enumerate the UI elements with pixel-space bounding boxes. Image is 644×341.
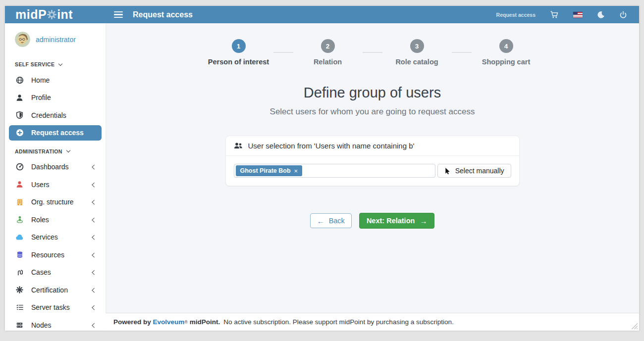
- brand-area[interactable]: midPint: [5, 8, 106, 21]
- page-subtitle: Select users for whom you are going to r…: [106, 107, 639, 117]
- database-icon: [15, 251, 24, 258]
- cloud-icon: [15, 234, 24, 241]
- step-label: Shopping cart: [482, 58, 530, 66]
- navbar-breadcrumb[interactable]: Request access: [496, 12, 536, 18]
- cart-icon[interactable]: [550, 10, 559, 19]
- sidebar-item-certification[interactable]: Certification: [5, 281, 106, 299]
- select-manually-label: Select manually: [455, 167, 504, 175]
- wizard-step-person-of-interest[interactable]: 1 Person of interest: [211, 39, 267, 66]
- sidebar-item-users[interactable]: Users: [5, 176, 106, 194]
- section-header-self-service[interactable]: SELF SERVICE: [5, 54, 106, 71]
- step-number: 1: [232, 39, 246, 53]
- sidebar-item-resources[interactable]: Resources: [5, 246, 106, 264]
- chevron-left-icon: [92, 217, 96, 222]
- item-label: Home: [31, 76, 98, 84]
- main-content: 1 Person of interest 2 Relation 3 Role c…: [106, 23, 639, 313]
- sidebar-item-request-access[interactable]: Request access: [9, 125, 102, 141]
- role-person-icon: [15, 216, 24, 223]
- item-label: Org. structure: [31, 198, 93, 206]
- sidebar-item-credentials[interactable]: Credentials: [5, 106, 106, 124]
- language-flag-us[interactable]: [573, 12, 583, 18]
- item-label: Request access: [31, 129, 94, 137]
- logo-text-pre: midP: [15, 8, 47, 21]
- step-separator: [452, 52, 472, 53]
- evolveum-link[interactable]: Evolveum: [153, 318, 185, 326]
- page-title: Define group of users: [106, 85, 639, 101]
- step-separator: [273, 52, 293, 53]
- chevron-left-icon: [92, 305, 96, 310]
- user-panel: administrator: [5, 23, 106, 54]
- menu-toggle-icon[interactable]: [114, 11, 123, 18]
- user-icon: [15, 181, 24, 188]
- shield-icon: [15, 111, 24, 119]
- sidebar-item-roles[interactable]: Roles: [5, 211, 106, 229]
- dark-mode-moon-icon[interactable]: [597, 11, 605, 19]
- chevron-left-icon: [92, 165, 96, 169]
- midpoint-text: midPoint.: [190, 318, 220, 326]
- section-label: ADMINISTRATION: [15, 148, 62, 154]
- midpoint-logo: midPint: [15, 8, 73, 21]
- wizard-steps: 1 Person of interest 2 Relation 3 Role c…: [106, 23, 639, 66]
- item-label: Profile: [31, 94, 98, 101]
- resize-grip[interactable]: [630, 322, 638, 329]
- section-header-administration[interactable]: ADMINISTRATION: [5, 142, 106, 158]
- chip-remove-icon[interactable]: ×: [294, 168, 298, 174]
- item-label: Certification: [31, 286, 93, 294]
- arrow-left-icon: ←: [317, 217, 324, 225]
- chevron-down-icon: [58, 61, 62, 65]
- tasks-list-icon: [15, 304, 24, 311]
- sidebar-item-home[interactable]: Home: [5, 71, 106, 89]
- navbar-right: Request access: [496, 10, 639, 19]
- plus-circle-icon: [15, 129, 24, 137]
- cursor-pointer-icon: [444, 167, 451, 175]
- sidebar-item-org-structure[interactable]: Org. structure: [5, 194, 106, 211]
- user-link[interactable]: administrator: [36, 36, 76, 44]
- server-icon: [15, 322, 24, 329]
- chevron-down-icon: [66, 148, 70, 152]
- step-number: 4: [499, 39, 513, 53]
- app-window: midPint Request access Request access ad…: [5, 6, 639, 331]
- step-label: Relation: [314, 58, 342, 66]
- next-relation-button[interactable]: Next: Relation →: [359, 213, 435, 229]
- wizard-step-role-catalog[interactable]: 3 Role catalog: [389, 39, 445, 66]
- item-label: Credentials: [31, 111, 98, 119]
- item-label: Cases: [31, 268, 93, 276]
- wizard-step-shopping-cart[interactable]: 4 Shopping cart: [479, 39, 534, 66]
- chevron-left-icon: [92, 288, 96, 292]
- sidebar-item-profile[interactable]: Profile: [5, 89, 106, 107]
- sidebar-item-dashboards[interactable]: Dashboards: [5, 158, 106, 176]
- gear-icon: [15, 286, 24, 293]
- sidebar-item-server-tasks[interactable]: Server tasks: [5, 299, 106, 317]
- logo-text-post: int: [57, 8, 73, 21]
- subscription-message: No active subscription. Please support m…: [223, 318, 454, 326]
- selected-user-chip: Ghost Pirate Bob ×: [236, 165, 303, 176]
- back-button[interactable]: ← Back: [310, 213, 352, 228]
- card-header-title: User selection from 'Users with name con…: [248, 142, 415, 150]
- self-service-menu: Home Profile Credentials Request access: [5, 71, 106, 141]
- wizard-step-relation[interactable]: 2 Relation: [300, 39, 356, 66]
- select-manually-button[interactable]: Select manually: [437, 164, 511, 178]
- logo-gear-icon: [47, 10, 56, 19]
- item-label: Services: [31, 233, 93, 241]
- step-label: Person of interest: [208, 58, 269, 66]
- globe-icon: [15, 76, 24, 84]
- arrow-right-icon: →: [420, 217, 427, 225]
- user-selection-input[interactable]: Ghost Pirate Bob ×: [234, 164, 435, 178]
- item-label: Dashboards: [31, 163, 93, 171]
- step-number: 3: [410, 39, 424, 53]
- avatar: [15, 32, 30, 47]
- building-icon: [15, 198, 24, 206]
- card-header: User selection from 'Users with name con…: [226, 136, 519, 156]
- sidebar: administrator SELF SERVICE Home Profile …: [5, 23, 106, 331]
- card-body: Ghost Pirate Bob × Select manually: [226, 156, 519, 186]
- logout-power-icon[interactable]: [619, 11, 627, 19]
- gauge-icon: [15, 163, 24, 171]
- chevron-left-icon: [92, 270, 96, 275]
- sidebar-item-services[interactable]: Services: [5, 229, 106, 246]
- users-group-icon: [234, 142, 243, 149]
- sidebar-item-cases[interactable]: Cases: [5, 264, 106, 282]
- item-label: Roles: [31, 216, 93, 224]
- sidebar-item-nodes[interactable]: Nodes: [5, 316, 106, 334]
- step-number: 2: [321, 39, 335, 53]
- page-title-navbar: Request access: [133, 10, 193, 19]
